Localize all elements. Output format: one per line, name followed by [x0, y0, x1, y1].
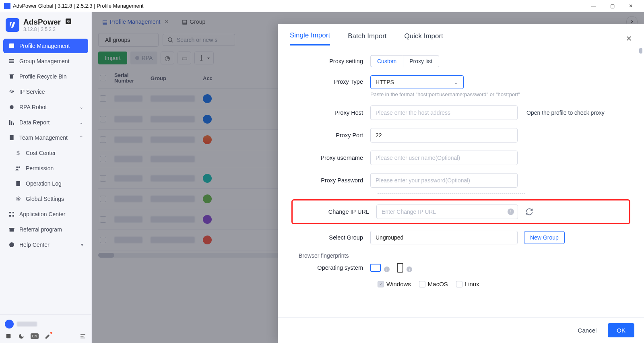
divider [378, 193, 525, 194]
sidebar-item-global-settings[interactable]: Global Settings [3, 192, 88, 206]
opt-proxy-list[interactable]: Proxy list [403, 56, 439, 67]
proxy-password-input[interactable] [370, 173, 518, 188]
caret-down-icon: ▾ [81, 242, 83, 248]
close-drawer-button[interactable]: ✕ [626, 34, 632, 43]
sidebar-item-rpa-robot[interactable]: RPA Robot ⌄ [3, 100, 88, 114]
sidebar-footer: EN [0, 314, 91, 343]
sidebar-item-team-management[interactable]: Team Management ⌃ [3, 130, 88, 145]
change-ip-input[interactable] [376, 205, 518, 219]
collapse-sidebar-icon[interactable] [79, 333, 87, 340]
sidebar-item-label: Referral program [19, 226, 62, 233]
brand-badge: G [66, 19, 71, 24]
info-icon[interactable]: i [384, 267, 390, 272]
chk-linux[interactable]: Linux [456, 281, 479, 287]
row-select-group: Select Group Ungrouped New Group [291, 231, 630, 244]
os-checkboxes: Windows MacOS Linux [378, 281, 630, 287]
svg-point-5 [10, 105, 13, 109]
username-redacted [17, 322, 37, 326]
mobile-icon[interactable] [397, 263, 403, 273]
people-icon [14, 165, 22, 172]
label-proxy-password: Proxy Password [291, 177, 370, 184]
tab-quick-import[interactable]: Quick Import [405, 32, 443, 45]
sidebar-item-label: Profile Management [19, 43, 70, 49]
sidebar-item-group-management[interactable]: Group Management [3, 54, 88, 68]
tab-batch-import[interactable]: Batch Import [348, 32, 386, 45]
sidebar-item-ip-service[interactable]: IP Service [3, 85, 88, 99]
brand: AdsPower 3.12.8 | 2.5.2.3 G [0, 15, 91, 37]
language-icon[interactable]: EN [31, 333, 39, 339]
sidebar-item-cost-center[interactable]: $ Cost Center [3, 146, 88, 160]
svg-point-7 [16, 166, 18, 168]
user-row[interactable] [5, 318, 87, 333]
edit-icon[interactable] [44, 333, 52, 340]
sidebar-item-application-center[interactable]: Application Center [3, 207, 88, 221]
proxy-type-value: HTTPS [376, 79, 394, 85]
vertical-scrollbar[interactable] [638, 45, 643, 317]
minimize-button[interactable]: — [584, 0, 603, 12]
row-operating-system: Operating system i i [291, 263, 630, 273]
sidebar-item-operation-log[interactable]: Operation Log [3, 176, 88, 191]
ok-button[interactable]: OK [608, 323, 634, 337]
open-profile-hint: Open the profile to check proxy [526, 110, 605, 116]
proxy-type-select[interactable]: HTTPS ⌄ [370, 75, 464, 89]
sidebar-item-profile-management[interactable]: Profile Management [3, 39, 88, 53]
document-icon [14, 180, 22, 187]
sidebar-item-label: Team Management [19, 134, 68, 141]
sidebar-item-help-center[interactable]: Help Center ▾ [3, 238, 88, 252]
svg-rect-18 [6, 334, 11, 339]
svg-rect-1 [9, 59, 14, 60]
sidebar: AdsPower 3.12.8 | 2.5.2.3 G Profile Mana… [0, 12, 92, 343]
sidebar-item-recycle-bin[interactable]: Profile Recycle Bin [3, 69, 88, 84]
close-window-button[interactable]: ✕ [621, 0, 640, 12]
chart-icon [8, 119, 15, 126]
label-select-group: Select Group [291, 234, 370, 241]
gear-icon [14, 195, 22, 202]
browser-fingerprints-label: Browser fingerprints [299, 252, 630, 259]
info-icon[interactable]: i [407, 267, 412, 272]
grid-icon [8, 211, 15, 218]
label-proxy-port: Proxy Port [291, 132, 370, 138]
row-proxy-password: Proxy Password [291, 173, 630, 188]
opt-custom[interactable]: Custom [370, 55, 403, 67]
proxy-setting-toggle: Custom Proxy list [370, 55, 439, 67]
chk-macos[interactable]: MacOS [419, 281, 448, 287]
svg-rect-0 [9, 43, 14, 48]
row-proxy-host: Proxy Host Open the profile to check pro… [291, 105, 630, 120]
info-icon[interactable]: ! [508, 209, 514, 215]
new-group-button[interactable]: New Group [524, 231, 565, 244]
svg-point-10 [17, 198, 19, 200]
refresh-icon[interactable] [525, 208, 533, 216]
svg-point-17 [9, 242, 14, 247]
proxy-host-input[interactable] [370, 105, 518, 120]
building-icon [8, 134, 15, 141]
desktop-icon[interactable] [370, 264, 381, 272]
sidebar-item-label: Global Settings [26, 196, 64, 202]
change-ip-highlight: Change IP URL ! [291, 199, 630, 224]
chk-label: Windows [386, 281, 411, 287]
cancel-button[interactable]: Cancel [574, 324, 601, 337]
sidebar-item-data-report[interactable]: Data Report ⌄ [3, 115, 88, 130]
label-proxy-username: Proxy username [291, 155, 370, 161]
chk-windows[interactable]: Windows [378, 281, 411, 287]
moon-icon[interactable] [18, 333, 25, 340]
proxy-username-input[interactable] [370, 151, 518, 165]
label-proxy-type: Proxy Type [291, 75, 370, 85]
chk-label: MacOS [428, 281, 448, 287]
svg-point-8 [19, 166, 20, 168]
window-title: AdsPower Global | 3.12.8 | 2.5.2.3 | Pro… [13, 3, 143, 9]
logo-icon [6, 18, 19, 32]
proxy-port-input[interactable] [370, 128, 518, 143]
trash-icon [8, 73, 15, 80]
group-select-input[interactable]: Ungrouped [370, 231, 518, 244]
sidebar-item-label: Profile Recycle Bin [19, 73, 67, 80]
note-icon[interactable] [5, 333, 12, 340]
svg-rect-9 [16, 181, 20, 186]
svg-rect-14 [12, 215, 14, 217]
sidebar-item-referral-program[interactable]: Referral program [3, 222, 88, 237]
chevron-down-icon: ⌄ [79, 120, 83, 125]
sidebar-item-permission[interactable]: Permission [3, 161, 88, 176]
row-proxy-type: Proxy Type HTTPS ⌄ Paste in the format "… [291, 75, 630, 97]
maximize-button[interactable]: ▢ [603, 0, 621, 12]
tab-single-import[interactable]: Single Import [290, 31, 330, 45]
list-icon [8, 58, 15, 65]
